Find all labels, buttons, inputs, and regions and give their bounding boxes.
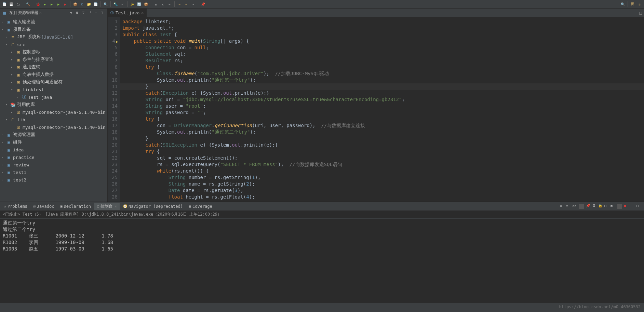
debug-icon[interactable]: 🐞 bbox=[35, 1, 41, 7]
tree-item[interactable]: ▸ⒿTest.java bbox=[0, 93, 107, 101]
pkg-icon[interactable]: 📦 bbox=[143, 1, 149, 7]
editor-tab-bar: Ⓙ Test.java ✕ □ bbox=[108, 9, 644, 17]
new-class-icon[interactable]: © bbox=[79, 1, 85, 7]
tree-item[interactable]: ▾▣linktest bbox=[0, 86, 107, 93]
tab-label: Test.java bbox=[116, 10, 139, 15]
minimize-bottom-icon[interactable]: — bbox=[630, 204, 635, 209]
search-icon[interactable]: 🔦 bbox=[113, 1, 118, 7]
bottom-panel: ⚠Problems@Javadoc▣Declaration▢控制台✕🧭Navig… bbox=[0, 202, 644, 302]
line-gutter[interactable]: 1234567891011121314151617181920212223242… bbox=[108, 17, 120, 202]
remove-all-icon[interactable]: ✖ bbox=[566, 204, 571, 209]
sync-icon[interactable]: 🔄 bbox=[136, 1, 142, 7]
explorer-icon: ▦ bbox=[2, 11, 7, 15]
project-explorer: ▦ 项目资源管理器 ✕ ⇆ ⊟ ▽ ⋮ — □ ▸▣输入输出流▾▣项目准备▸≡J… bbox=[0, 9, 108, 202]
bottom-tab[interactable]: ▦Coverage bbox=[186, 203, 215, 210]
editor-area: Ⓙ Test.java ✕ □ 123456789101112131415161… bbox=[108, 9, 644, 202]
bottom-tab[interactable]: ⚠Problems bbox=[1, 203, 30, 210]
tree-item[interactable]: ▸▣idea bbox=[0, 146, 107, 153]
coverage-icon[interactable]: ▶ bbox=[56, 1, 61, 7]
build-icon[interactable]: 🔨 bbox=[25, 1, 31, 7]
main-toolbar: 📄 💾 🗂 🔨 🐞 ▶ ▶ ▶ ▶ 📦 © 📁 📄 🔍 🔦 ✓ ✨ 🔄 📦 ↻ … bbox=[0, 0, 644, 9]
run-last-icon[interactable]: ▶ bbox=[49, 1, 54, 7]
tree-item[interactable]: ▸▣review bbox=[0, 161, 107, 168]
task-icon[interactable]: ✓ bbox=[120, 1, 125, 7]
search-toolbar-icon[interactable]: 🔍 bbox=[620, 1, 626, 7]
link-icon[interactable]: ⇆ bbox=[70, 11, 75, 15]
new-icon[interactable]: 📄 bbox=[2, 1, 7, 7]
watermark: https://blog.csdn.net/m0_46360532 bbox=[559, 304, 641, 309]
display-icon[interactable]: 🖥 bbox=[592, 204, 597, 209]
perspective-icon[interactable]: 田 bbox=[630, 1, 635, 7]
close-tab-icon[interactable]: ✕ bbox=[141, 11, 144, 15]
maximize-editor-icon[interactable]: □ bbox=[639, 10, 642, 15]
tree-item[interactable]: ▸▣test1 bbox=[0, 168, 107, 176]
tree-item[interactable]: 🗎mysql-connector-java-5.1.40-bin bbox=[0, 123, 107, 131]
tree-item[interactable]: ▸▣通用查询 bbox=[0, 63, 107, 71]
refresh-icon[interactable]: ↻ bbox=[153, 1, 159, 7]
filter-icon[interactable]: ▽ bbox=[82, 11, 87, 15]
open-type-icon[interactable]: 🔍 bbox=[103, 1, 108, 7]
tree-item[interactable]: ▾📚引用的库 bbox=[0, 101, 107, 108]
tree-item[interactable]: ▸▣practice bbox=[0, 153, 107, 161]
remove-launch-icon[interactable]: ⊟ bbox=[560, 204, 565, 209]
tree-item[interactable]: ▸≡JRE 系统库 [JavaSE-1.8] bbox=[0, 33, 107, 41]
wand-icon[interactable]: ✨ bbox=[130, 1, 135, 7]
bottom-tab[interactable]: 🧭Navigator (Deprecated) bbox=[120, 203, 186, 210]
bottom-tab[interactable]: @Javadoc bbox=[31, 203, 57, 210]
show-console-icon[interactable]: ▢ bbox=[604, 204, 609, 209]
new-file-icon[interactable]: 📄 bbox=[93, 1, 98, 7]
view-menu-icon[interactable]: ⋮ bbox=[89, 11, 93, 15]
save-icon[interactable]: 💾 bbox=[9, 1, 14, 7]
step-over-icon[interactable]: ↷ bbox=[167, 1, 172, 7]
sidebar-title: 项目资源管理器 bbox=[10, 10, 38, 16]
back-icon[interactable]: ⬅ bbox=[177, 1, 182, 7]
forward-icon[interactable]: ➡ bbox=[184, 1, 189, 7]
maximize-bottom-icon[interactable]: □ bbox=[636, 204, 641, 209]
code-content[interactable]: package linktest;import java.sql.*;publi… bbox=[120, 17, 644, 202]
new-folder-icon[interactable]: 📁 bbox=[86, 1, 92, 7]
status-bar bbox=[0, 302, 644, 312]
ext-tools-icon[interactable]: ▶ bbox=[63, 1, 68, 7]
java-perspective-icon[interactable]: ☕ bbox=[637, 1, 642, 7]
drop-icon[interactable]: ▾ bbox=[190, 1, 196, 7]
pin-console-icon[interactable]: 📌 bbox=[586, 204, 591, 209]
maximize-icon[interactable]: □ bbox=[101, 11, 106, 15]
open-console-icon[interactable]: ▣ bbox=[611, 204, 615, 209]
scroll-lock-icon[interactable]: 🔒 bbox=[598, 204, 603, 209]
tree-item[interactable]: ▸🗎mysql-connector-java-5.1.40-bin bbox=[0, 108, 107, 116]
tree-item[interactable]: ▸▣test2 bbox=[0, 176, 107, 184]
pin-icon[interactable]: 📌 bbox=[200, 1, 206, 7]
bottom-tab-bar: ⚠Problems@Javadoc▣Declaration▢控制台✕🧭Navig… bbox=[0, 202, 644, 211]
console-output[interactable]: 通过第一个try通过第二个tryR1001 张三 2000-12-12 1.78… bbox=[0, 219, 644, 254]
tree-item[interactable]: ▾🗀src bbox=[0, 41, 107, 48]
bottom-tab[interactable]: ▢控制台✕ bbox=[94, 203, 120, 210]
step-icon[interactable]: ↘ bbox=[160, 1, 165, 7]
new-package-icon[interactable]: 📦 bbox=[72, 1, 78, 7]
tree-item[interactable]: ▸▣条件与排序查询 bbox=[0, 56, 107, 63]
tree-item[interactable]: ▾🗀lib bbox=[0, 116, 107, 123]
minimize-icon[interactable]: — bbox=[95, 11, 99, 15]
bottom-tab[interactable]: ▣Declaration bbox=[57, 203, 94, 210]
java-file-icon: Ⓙ bbox=[110, 11, 114, 15]
run-icon[interactable]: ▶ bbox=[42, 1, 48, 7]
tree-item[interactable]: ▸▣组件 bbox=[0, 138, 107, 146]
editor-body[interactable]: 1234567891011121314151617181920212223242… bbox=[108, 17, 644, 202]
project-tree[interactable]: ▸▣输入输出流▾▣项目准备▸≡JRE 系统库 [JavaSE-1.8]▾🗀src… bbox=[0, 17, 107, 185]
terminate-icon[interactable]: ■ bbox=[624, 204, 629, 209]
tree-item[interactable]: ▸▣资源管理器 bbox=[0, 131, 107, 138]
tree-item[interactable]: ▾▣项目准备 bbox=[0, 26, 107, 33]
tree-item[interactable]: ▸▣输入输出流 bbox=[0, 18, 107, 26]
collapse-icon[interactable]: ⊟ bbox=[76, 11, 81, 15]
editor-tab-test-java[interactable]: Ⓙ Test.java ✕ bbox=[108, 9, 147, 17]
tree-item[interactable]: ▸▣向表中插入数据 bbox=[0, 71, 107, 78]
save-all-icon[interactable]: 🗂 bbox=[15, 1, 21, 7]
sidebar-header: ▦ 项目资源管理器 ✕ ⇆ ⊟ ▽ ⋮ — □ bbox=[0, 9, 107, 17]
launch-description: <已终止> Test（5） [Java 应用程序] D:\jdk1.8.0_24… bbox=[0, 211, 644, 219]
close-icon[interactable]: ✕ bbox=[39, 11, 42, 15]
tree-item[interactable]: ▸▣预处理语句与通配符 bbox=[0, 78, 107, 86]
tree-item[interactable]: ▸▣控制游标 bbox=[0, 48, 107, 56]
clear-icon[interactable]: ✕✕ bbox=[572, 204, 577, 209]
